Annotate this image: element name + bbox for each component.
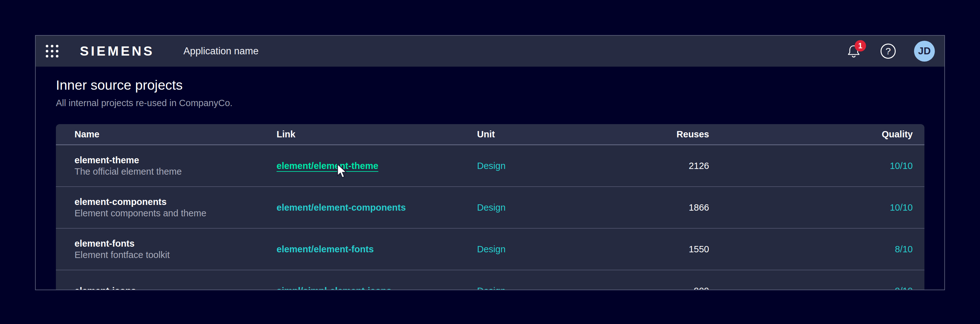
- app-launcher-icon[interactable]: [45, 43, 60, 59]
- table-row[interactable]: element-theme The official element theme…: [56, 145, 924, 187]
- app-window: SIEMENS Application name 1 ? JD Inner so…: [35, 35, 945, 290]
- project-name: element-theme: [75, 155, 277, 166]
- page-subtitle: All internal projects re-used in Company…: [56, 98, 944, 108]
- question-mark-icon: ?: [886, 46, 891, 56]
- help-button[interactable]: ?: [881, 43, 896, 59]
- quality-value: 10/10: [709, 203, 913, 213]
- project-name-cell: element-icons: [75, 285, 277, 290]
- project-link[interactable]: element/element-components: [277, 203, 406, 212]
- user-avatar[interactable]: JD: [914, 41, 935, 62]
- notifications-button[interactable]: 1: [846, 44, 861, 58]
- project-name: element-components: [75, 196, 277, 207]
- column-header-reuses[interactable]: Reuses: [572, 129, 709, 140]
- reuses-value: 1550: [572, 244, 709, 255]
- quality-value: 9/10: [709, 286, 913, 290]
- notification-badge: 1: [855, 40, 866, 51]
- reuses-value: 1866: [572, 203, 709, 213]
- column-header-link[interactable]: Link: [277, 129, 477, 140]
- avatar-initials: JD: [918, 45, 931, 57]
- table-row[interactable]: element-components Element components an…: [56, 187, 924, 229]
- project-unit-cell: Design: [477, 244, 572, 255]
- project-link-cell: simpl/simpl-element-icons: [277, 286, 477, 290]
- column-header-quality[interactable]: Quality: [709, 129, 913, 140]
- project-description: The official element theme: [75, 166, 277, 177]
- projects-table: Name Link Unit Reuses Quality element-th…: [56, 124, 924, 290]
- project-name-cell: element-fonts Element fontface toolkit: [75, 238, 277, 260]
- application-name: Application name: [183, 45, 259, 57]
- column-header-name[interactable]: Name: [75, 129, 277, 140]
- project-unit-cell: Design: [477, 161, 572, 171]
- unit-link[interactable]: Design: [477, 286, 506, 290]
- project-link[interactable]: simpl/simpl-element-icons: [277, 286, 391, 290]
- page-background: { "header": { "logo": "SIEMENS", "app_ti…: [0, 0, 980, 324]
- project-link[interactable]: element/element-fonts: [277, 244, 374, 254]
- project-name-cell: element-theme The official element theme: [75, 155, 277, 177]
- project-name: element-fonts: [75, 238, 277, 249]
- unit-link[interactable]: Design: [477, 161, 506, 171]
- page-title: Inner source projects: [56, 77, 944, 93]
- reuses-value: 2126: [572, 161, 709, 171]
- project-link-cell: element/element-theme: [277, 161, 477, 171]
- table-header-row: Name Link Unit Reuses Quality: [56, 124, 924, 145]
- reuses-value: 909: [572, 286, 709, 290]
- table-row[interactable]: element-fonts Element fontface toolkit e…: [56, 229, 924, 270]
- project-description: Element components and theme: [75, 207, 277, 219]
- project-link-cell: element/element-fonts: [277, 244, 477, 255]
- app-header: SIEMENS Application name 1 ? JD: [36, 36, 944, 67]
- project-unit-cell: Design: [477, 203, 572, 213]
- unit-link[interactable]: Design: [477, 244, 506, 254]
- quality-value: 8/10: [709, 244, 913, 255]
- project-unit-cell: Design: [477, 286, 572, 290]
- project-link-cell: element/element-components: [277, 203, 477, 213]
- project-link[interactable]: element/element-theme: [277, 161, 378, 171]
- project-description: Element fontface toolkit: [75, 249, 277, 260]
- table-row[interactable]: element-icons simpl/simpl-element-icons …: [56, 270, 924, 290]
- unit-link[interactable]: Design: [477, 203, 506, 212]
- project-name: element-icons: [75, 285, 277, 290]
- quality-value: 10/10: [709, 161, 913, 171]
- siemens-logo: SIEMENS: [80, 43, 154, 59]
- project-name-cell: element-components Element components an…: [75, 196, 277, 219]
- page-content: Inner source projects All internal proje…: [36, 67, 944, 290]
- table-body: element-theme The official element theme…: [56, 145, 924, 290]
- column-header-unit[interactable]: Unit: [477, 129, 572, 140]
